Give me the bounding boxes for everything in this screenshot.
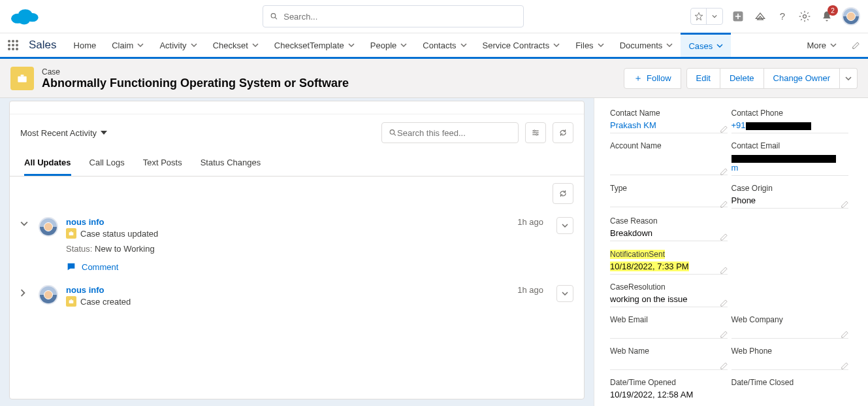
field-label: Contact Email: [731, 141, 849, 150]
tab-all-updates[interactable]: All Updates: [24, 151, 71, 176]
field-label: Web Company: [731, 315, 849, 324]
edit-button[interactable]: Edit: [686, 68, 720, 89]
field-label: Web Email: [610, 315, 728, 324]
app-name: Sales: [26, 33, 66, 57]
add-button[interactable]: [731, 9, 745, 24]
chevron-down-icon: [137, 41, 144, 50]
feed-item-menu[interactable]: [556, 285, 573, 302]
help-icon[interactable]: ?: [775, 9, 790, 24]
nav-contacts[interactable]: Contacts: [415, 33, 474, 57]
global-search-input[interactable]: [283, 12, 517, 22]
web-phone-value: [731, 358, 849, 370]
more-actions-button[interactable]: [840, 68, 858, 89]
edit-icon[interactable]: [841, 199, 850, 209]
chevron-down-icon: [101, 131, 107, 135]
edit-icon[interactable]: [720, 330, 729, 339]
nav-checkset[interactable]: Checkset: [205, 33, 266, 57]
feed-search[interactable]: [381, 122, 519, 143]
record-title: Abnormally Functioning Operating System …: [42, 76, 349, 90]
chevron-down-icon: [252, 41, 259, 50]
feed-user-link[interactable]: nous info: [66, 285, 104, 295]
edit-icon[interactable]: [720, 232, 729, 241]
tab-status-changes[interactable]: Status Changes: [201, 151, 261, 176]
nav-files[interactable]: Files: [568, 33, 611, 57]
nav-checksettemplate[interactable]: ChecksetTemplate: [266, 33, 362, 57]
edit-icon[interactable]: [841, 330, 850, 339]
setup-gear-icon[interactable]: [797, 9, 812, 24]
feed-user-avatar: [39, 285, 58, 305]
delete-button[interactable]: Delete: [720, 68, 764, 89]
field-label: Case Origin: [731, 184, 849, 193]
svg-line-5: [275, 18, 277, 20]
edit-icon[interactable]: [720, 361, 729, 370]
svg-point-3: [19, 17, 30, 25]
app-launcher-icon[interactable]: [0, 33, 26, 57]
svg-point-13: [8, 44, 10, 46]
nav-service-contracts[interactable]: Service Contracts: [475, 33, 568, 57]
svg-point-28: [536, 134, 538, 135]
edit-icon[interactable]: [720, 298, 729, 307]
notifications-button[interactable]: 2: [820, 9, 834, 24]
nav-home[interactable]: Home: [66, 33, 104, 57]
case-icon: [66, 228, 76, 239]
favorites-button[interactable]: [690, 8, 723, 25]
feed-filter-button[interactable]: [525, 122, 546, 143]
svg-rect-31: [69, 300, 74, 303]
case-origin-value: Phone: [731, 195, 849, 209]
edit-icon[interactable]: [720, 265, 729, 275]
edit-icon[interactable]: [720, 124, 729, 133]
chevron-down-icon: [666, 41, 673, 50]
chevron-down-icon: [830, 41, 837, 50]
collapse-icon[interactable]: [20, 217, 31, 272]
search-icon: [270, 12, 278, 21]
feed-user-link[interactable]: nous info: [66, 217, 104, 227]
contact-email-link[interactable]: m: [731, 153, 849, 176]
comment-button[interactable]: Comment: [66, 262, 509, 272]
case-icon: [66, 296, 76, 307]
user-avatar[interactable]: [842, 7, 860, 25]
global-search[interactable]: [263, 5, 524, 27]
edit-icon[interactable]: [720, 199, 729, 209]
contact-phone-link[interactable]: +91: [731, 120, 849, 133]
svg-point-18: [16, 48, 18, 50]
nav-activity[interactable]: Activity: [152, 33, 204, 57]
feed-time: 1h ago: [517, 285, 543, 307]
chevron-down-icon: [845, 76, 852, 80]
svg-line-23: [394, 134, 396, 136]
edit-icon[interactable]: [720, 167, 729, 176]
nav-cases[interactable]: Cases: [681, 33, 731, 57]
change-owner-button[interactable]: Change Owner: [764, 68, 840, 89]
follow-button[interactable]: ＋Follow: [624, 68, 681, 89]
nav-documents[interactable]: Documents: [612, 33, 681, 57]
tab-text-posts[interactable]: Text Posts: [143, 151, 182, 176]
feed-sort-button[interactable]: Most Recent Activity: [20, 128, 107, 138]
nav-people[interactable]: People: [362, 33, 415, 57]
tab-call-logs[interactable]: Call Logs: [89, 151, 125, 176]
nav-claim[interactable]: Claim: [104, 33, 152, 57]
expand-icon[interactable]: [20, 285, 31, 307]
refresh-icon: [558, 189, 568, 198]
salesforce-help-icon[interactable]: [753, 9, 767, 24]
web-email-value: [610, 327, 728, 339]
svg-point-9: [803, 15, 807, 18]
svg-point-17: [12, 48, 14, 50]
svg-rect-20: [21, 75, 24, 76]
feed-search-input[interactable]: [397, 128, 511, 138]
global-header: ? 2: [0, 0, 868, 33]
case-icon: [10, 67, 34, 90]
feed-time: 1h ago: [517, 217, 543, 272]
notification-sent-value: 10/18/2022, 7:33 PM: [610, 262, 728, 275]
nav-more[interactable]: More: [799, 33, 844, 57]
svg-text:?: ?: [780, 10, 785, 22]
contact-name-link[interactable]: Prakash KM: [610, 120, 728, 133]
feed-headline: Case status updated: [80, 229, 158, 239]
refresh-icon: [558, 128, 568, 137]
record-type-label: Case: [42, 67, 60, 76]
feed-item-menu[interactable]: [556, 217, 573, 234]
edit-icon[interactable]: [841, 361, 850, 370]
feed-list-refresh-button[interactable]: [553, 183, 573, 204]
feed-refresh-button[interactable]: [553, 122, 573, 143]
datetime-opened-value: 10/19/2022, 12:58 AM: [610, 390, 728, 402]
edit-nav-icon[interactable]: [844, 33, 868, 57]
svg-point-10: [8, 40, 10, 42]
